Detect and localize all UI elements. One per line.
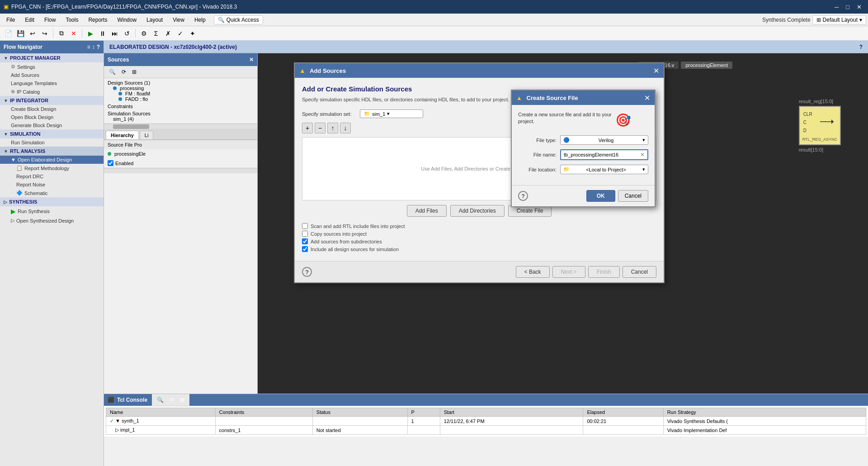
nav-report-drc[interactable]: Report DRC: [0, 172, 104, 181]
copy-checkbox[interactable]: [302, 231, 308, 237]
sources-close-btn[interactable]: ✕: [249, 57, 254, 63]
sum-button[interactable]: Σ: [151, 28, 161, 39]
add-file-button[interactable]: +: [302, 123, 313, 133]
rtl-arrow: ▼: [4, 149, 8, 154]
section-project-manager[interactable]: ▼ PROJECT MANAGER: [0, 53, 104, 62]
input-clear-button[interactable]: ✕: [640, 152, 645, 158]
nav-create-block[interactable]: Create Block Design: [0, 105, 104, 113]
nav-report-noise[interactable]: Report Noise: [0, 181, 104, 189]
undo-button[interactable]: ↩: [27, 28, 38, 39]
section-ip-integrator[interactable]: ▼ IP INTEGRATOR: [0, 96, 104, 105]
flow-run-button[interactable]: ▶: [85, 28, 96, 39]
synth1-row[interactable]: ✓ ▼ synth_1 1 12/11/22, 6:47 PM 00:02:21…: [106, 417, 866, 426]
nav-ip-catalog[interactable]: ⊕ IP Catalog: [0, 87, 104, 96]
rtl-processing-tab[interactable]: processingElement: [681, 62, 732, 69]
sim-set-select[interactable]: 📁 sim_1 ▾: [360, 109, 423, 118]
pause-button[interactable]: ⏸: [97, 28, 108, 39]
file-type-select[interactable]: 🔵 Verilog ▾: [560, 135, 648, 145]
close-button[interactable]: ✕: [854, 3, 864, 11]
processing-item[interactable]: processing: [108, 86, 254, 91]
create-cancel-button[interactable]: Cancel: [618, 190, 648, 202]
delete-button[interactable]: ✕: [68, 28, 79, 39]
nav-schematic[interactable]: 🔷 Schematic: [0, 189, 104, 197]
next-button[interactable]: Next >: [552, 266, 585, 278]
minimize-button[interactable]: ─: [832, 3, 841, 11]
tab-hierarchy[interactable]: Hierarchy: [106, 131, 139, 139]
menu-layout[interactable]: Layout: [142, 15, 167, 24]
move-up-button[interactable]: ↑: [327, 123, 338, 133]
sources-scrollbar2[interactable]: [104, 168, 257, 173]
nav-lang-templates[interactable]: Language Templates: [0, 79, 104, 87]
sources-expand-btn[interactable]: ⊞: [130, 67, 139, 76]
menu-tools[interactable]: Tools: [61, 15, 83, 24]
impl1-row[interactable]: ▷ impl_1 constrs_1 Not started Vivado Im…: [106, 426, 866, 435]
menu-reports[interactable]: Reports: [84, 15, 112, 24]
add-files-button[interactable]: Add Files: [407, 205, 447, 217]
step-button[interactable]: ⏭: [109, 28, 120, 39]
nav-run-simulation[interactable]: Run Simulation: [0, 138, 104, 147]
reset-button[interactable]: ↺: [122, 28, 132, 39]
tcl-search-btn[interactable]: 🔍: [155, 395, 166, 404]
menu-edit[interactable]: Edit: [20, 15, 39, 24]
star-button[interactable]: ✦: [187, 28, 198, 39]
back-button[interactable]: < Back: [516, 266, 550, 278]
sources-search-btn[interactable]: 🔍: [107, 67, 118, 76]
layout-select[interactable]: ⊞ Default Layout ▾: [812, 15, 866, 24]
menu-file[interactable]: File: [2, 15, 19, 24]
check-button[interactable]: ✓: [175, 28, 186, 39]
tab-library[interactable]: Li: [140, 131, 154, 139]
ok-button[interactable]: OK: [586, 190, 615, 202]
nav-open-synth[interactable]: ▷ Open Synthesized Design: [0, 216, 104, 225]
nav-run-synthesis[interactable]: ▶ Run Synthesis: [0, 206, 104, 216]
redo-button[interactable]: ↪: [39, 28, 50, 39]
flow-nav-icon2[interactable]: ↕: [92, 44, 95, 50]
maximize-button[interactable]: □: [843, 3, 852, 11]
flow-nav-help-icon[interactable]: ?: [97, 44, 100, 50]
fm-item[interactable]: FM : floatM: [108, 91, 254, 96]
nav-open-elab[interactable]: ▼ Open Elaborated Design: [0, 156, 104, 164]
toolbar-right: Synthesis Complete ⊞ Default Layout ▾: [762, 15, 866, 24]
section-rtl-analysis[interactable]: ▼ RTL ANALYSIS: [0, 147, 104, 156]
subdir-checkbox[interactable]: [302, 238, 308, 244]
nav-open-block[interactable]: Open Block Design: [0, 113, 104, 121]
tcl-expand-btn[interactable]: ⊞: [178, 395, 187, 404]
file-name-input[interactable]: [564, 152, 638, 157]
settings-button[interactable]: ⚙: [138, 28, 149, 39]
new-project-button[interactable]: 📄: [3, 28, 14, 39]
quick-access-box[interactable]: 🔍 Quick Access: [214, 15, 263, 24]
create-source-close-button[interactable]: ✕: [644, 94, 650, 102]
flow-nav-icon1[interactable]: ≡: [87, 44, 90, 50]
scan-checkbox[interactable]: [302, 223, 308, 229]
copy-button[interactable]: ⧉: [56, 28, 67, 39]
section-synthesis[interactable]: ▷ SYNTHESIS: [0, 197, 104, 206]
nav-add-sources[interactable]: Add Sources: [0, 71, 104, 79]
create-source-dialog: ▲ Create Source File ✕ Create a new sour…: [511, 90, 656, 207]
elab-header-help[interactable]: ?: [859, 44, 863, 50]
sources-refresh-btn[interactable]: ⟳: [119, 67, 128, 76]
move-down-button[interactable]: ↓: [340, 123, 351, 133]
menu-window[interactable]: Window: [113, 15, 141, 24]
finish-button[interactable]: Finish: [588, 266, 620, 278]
fadd-item[interactable]: FADD : flo: [108, 96, 254, 102]
nav-report-methodology[interactable]: 📋 Report Methodology: [0, 164, 104, 172]
section-simulation[interactable]: ▼ SIMULATION: [0, 129, 104, 138]
enabled-checkbox[interactable]: [108, 160, 113, 166]
create-help-button[interactable]: ?: [518, 191, 528, 201]
add-sources-close-button[interactable]: ✕: [653, 67, 659, 75]
cancel-button[interactable]: Cancel: [623, 266, 656, 278]
sources-scrollbar[interactable]: [104, 124, 257, 129]
tcl-clear-btn[interactable]: ⟳: [167, 395, 176, 404]
help-button[interactable]: ?: [302, 267, 312, 277]
cross-button[interactable]: ✗: [163, 28, 174, 39]
menu-flow[interactable]: Flow: [40, 15, 60, 24]
menu-view[interactable]: View: [168, 15, 189, 24]
sim1-item[interactable]: sim_1 (4): [108, 116, 254, 122]
nav-settings[interactable]: ⚙ Settings: [0, 62, 104, 71]
file-location-select[interactable]: 📁 <Local to Project> ▾: [560, 165, 648, 174]
save-button[interactable]: 💾: [15, 28, 26, 39]
add-directories-button[interactable]: Add Directories: [450, 205, 505, 217]
include-checkbox[interactable]: [302, 246, 308, 252]
menu-help[interactable]: Help: [190, 15, 210, 24]
remove-file-button[interactable]: −: [315, 123, 326, 133]
nav-gen-block[interactable]: Generate Block Design: [0, 121, 104, 129]
